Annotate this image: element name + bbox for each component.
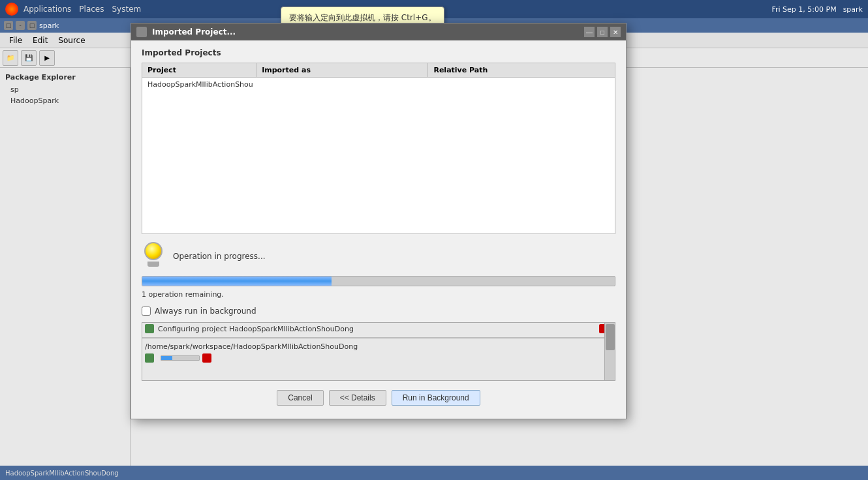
log-icon-1 [145,324,154,333]
log-progress-mini-fill [161,356,172,360]
ops-remaining: 1 operation remaining. [142,290,615,299]
log-area: Configuring project HadoopSparkMllibActi… [142,322,615,381]
modal-titlebar: Imported Project... — □ ✕ [131,23,626,40]
toolbar-btn-new[interactable]: 📁 [3,50,18,66]
ide-min-btn[interactable]: - [16,21,25,30]
modal-content: Imported Projects Project Imported as Re… [131,40,626,419]
ide-title: spark [39,22,59,30]
modal-title-icon [136,27,147,37]
operation-text: Operation in progress... [173,252,266,261]
modal-dialog: Imported Project... — □ ✕ Imported Proje… [131,23,627,419]
modal-title-text: Imported Project... [152,27,584,37]
bulb-icon [142,242,165,271]
sidebar-item-sp[interactable]: sp [0,84,130,95]
log-error-icon-2 [202,353,211,363]
bulb-base-shape [147,262,159,267]
progress-section: Operation in progress... [142,242,615,271]
projects-table: Project Imported as Relative Path Hadoop… [142,63,615,234]
sidebar-header: Package Explorer [0,70,130,84]
log-text-2: /home/spark/workspace/HadoopSparkMllibAc… [145,342,358,351]
toolbar-btn-save[interactable]: 💾 [21,50,37,66]
progress-bar-fill [142,277,332,286]
log-progress-row [142,352,615,364]
always-run-label: Always run in background [155,307,256,316]
col-relative-path: Relative Path [428,63,615,78]
log-icon-2 [145,353,154,363]
os-logo-icon [5,3,18,16]
col-imported-as: Imported as [256,63,428,78]
taskbar-applications[interactable]: Applications [23,5,71,14]
log-progress-mini [161,355,200,361]
sidebar-item-hadoop[interactable]: HadoopSpark [0,95,130,106]
log-scroll-thumb [606,324,615,350]
log-scrollbar[interactable] [604,323,615,380]
menu-source[interactable]: Source [53,35,90,46]
modal-maximize-btn[interactable]: □ [597,27,608,37]
col-project: Project [142,63,256,78]
menu-edit[interactable]: Edit [27,35,53,46]
toolbar-btn-run[interactable]: ▶ [39,50,55,66]
statusbar: HadoopSparkMllibActionShouDong [0,466,868,480]
statusbar-text: HadoopSparkMllibActionShouDong [5,470,119,477]
ide-close-btn[interactable]: □ [4,21,13,30]
button-row: Cancel << Details Run in Background [142,387,615,411]
log-row-2: /home/spark/workspace/HadoopSparkMllibAc… [142,341,615,352]
progress-bar-container [142,276,615,286]
modal-minimize-btn[interactable]: — [584,27,595,37]
checkbox-row: Always run in background [142,307,615,316]
taskbar-user: spark [843,5,863,14]
cancel-button[interactable]: Cancel [277,390,323,406]
run-in-background-button[interactable]: Run in Background [392,390,480,406]
log-row-1: Configuring project HadoopSparkMllibActi… [142,323,615,335]
project-cell: HadoopSparkMllibActionShou [142,78,615,234]
table-row: HadoopSparkMllibActionShou [142,78,615,234]
always-run-checkbox[interactable] [142,307,151,316]
taskbar-datetime: Fri Sep 1, 5:00 PM [771,5,836,14]
ide-sidebar: Package Explorer sp HadoopSpark [0,68,131,480]
details-button[interactable]: << Details [329,390,386,406]
taskbar-places[interactable]: Places [79,5,104,14]
ide-max-btn[interactable]: □ [27,21,37,30]
menu-file[interactable]: File [4,35,27,46]
taskbar-system[interactable]: System [112,5,141,14]
imported-projects-title: Imported Projects [142,48,615,57]
bulb-circle-shape [144,242,163,260]
log-text-1: Configuring project HadoopSparkMllibActi… [158,325,354,333]
modal-close-btn[interactable]: ✕ [610,27,621,37]
tooltip-text: 要将输入定向到此虚拟机，请按 Ctrl+G。 [289,13,436,22]
modal-win-btns: — □ ✕ [584,27,621,37]
